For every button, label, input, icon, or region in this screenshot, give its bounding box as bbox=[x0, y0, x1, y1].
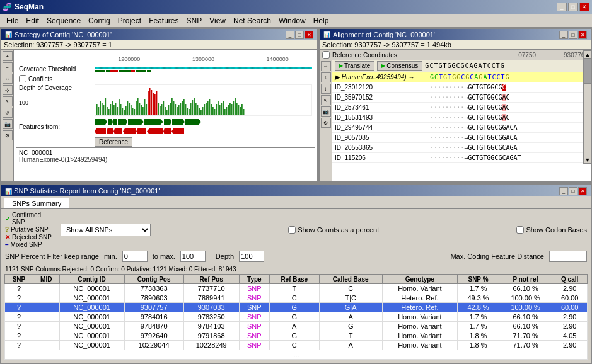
maximize-button[interactable]: □ bbox=[568, 3, 578, 11]
table-row[interactable]: ? NC_000001 9307757 9307033 SNP G G|A He… bbox=[5, 303, 588, 312]
svg-rect-33 bbox=[151, 90, 152, 116]
show-codon-checkbox[interactable] bbox=[516, 226, 524, 234]
snp-table-container[interactable]: SNP MID Contig ID Contig Pos Ref Pos Typ… bbox=[4, 274, 588, 360]
col-ref-base: Ref Base bbox=[269, 275, 319, 284]
tab-snps-summary[interactable]: SNPs Summary bbox=[4, 198, 69, 208]
refresh-icon[interactable]: ↺ bbox=[3, 108, 13, 118]
snp-close[interactable]: ✕ bbox=[578, 187, 587, 195]
cell-ref-base: G bbox=[269, 312, 319, 322]
conflicts-label: Conflicts bbox=[19, 75, 95, 82]
seq-data-6: ·········→GCTGTGGCGGACA bbox=[430, 134, 518, 141]
cell-ref-base: C bbox=[269, 341, 319, 350]
conflicts-checkbox[interactable] bbox=[19, 75, 26, 82]
camera-icon[interactable]: 📷 bbox=[3, 119, 13, 129]
table-row[interactable]: ? NC_000001 9784016 9783250 SNP G A Homo… bbox=[5, 312, 588, 322]
pointer-icon[interactable]: ↖ bbox=[3, 96, 13, 106]
settings-icon[interactable]: ⚙ bbox=[3, 130, 13, 140]
align-tool4[interactable]: ↖ bbox=[321, 95, 331, 105]
consensus-button[interactable]: Consensus bbox=[377, 61, 422, 71]
cell-contig-pos: 10229044 bbox=[124, 341, 183, 350]
menu-view[interactable]: View bbox=[206, 15, 229, 26]
svg-rect-53 bbox=[185, 104, 187, 116]
cell-snp: ? bbox=[5, 284, 33, 293]
cell-snp: ? bbox=[5, 303, 33, 312]
align-tool6[interactable]: ⚙ bbox=[321, 118, 331, 128]
svg-rect-17 bbox=[124, 110, 125, 116]
cell-contig-pos: 9792640 bbox=[124, 331, 183, 341]
seq-data-2: ·········→GCTGTGGCGAC bbox=[430, 94, 509, 101]
align-tool1[interactable]: ↔ bbox=[321, 61, 331, 71]
snp-minimize[interactable]: _ bbox=[559, 187, 568, 195]
table-row[interactable]: ? NC_000001 7890603 7889941 SNP C T|C He… bbox=[5, 293, 588, 303]
strategy-close[interactable]: ✕ bbox=[305, 31, 313, 39]
v-scrollbar[interactable]: ▲ ▼ bbox=[583, 60, 591, 164]
snp-controls: ✓ Confirmed SNP ? Putative SNP ✕ Rejecte… bbox=[1, 209, 591, 264]
scroll-down[interactable]: ▼ bbox=[584, 156, 591, 163]
max-input[interactable] bbox=[180, 251, 206, 262]
max-coding-input[interactable] bbox=[549, 251, 587, 262]
min-input[interactable] bbox=[122, 251, 148, 262]
col-contig-id: Contig ID bbox=[59, 275, 124, 284]
alignment-selection: Selection: 9307757 -> 9307757 = 1 494kb bbox=[320, 40, 591, 50]
strategy-maximize[interactable]: □ bbox=[295, 31, 304, 39]
table-row[interactable]: ? NC_000001 10229044 10228249 SNP C A Ho… bbox=[5, 341, 588, 350]
move-icon[interactable]: ↔ bbox=[3, 74, 13, 84]
menu-edit[interactable]: Edit bbox=[22, 15, 43, 26]
cell-mid bbox=[33, 331, 59, 341]
menu-net-search[interactable]: Net Search bbox=[229, 15, 275, 26]
zoom-in-icon[interactable]: + bbox=[3, 51, 13, 61]
minimize-button[interactable]: _ bbox=[557, 3, 567, 11]
align-tool5[interactable]: 📷 bbox=[321, 106, 331, 117]
menu-window[interactable]: Window bbox=[275, 15, 310, 26]
snp-table: SNP MID Contig ID Contig Pos Ref Pos Typ… bbox=[4, 275, 588, 360]
cell-type: SNP bbox=[239, 331, 269, 341]
depth-input[interactable] bbox=[239, 251, 264, 262]
snp-tabs: SNPs Summary bbox=[1, 196, 591, 209]
table-row[interactable]: ? NC_000001 9784870 9784103 SNP A G Homo… bbox=[5, 322, 588, 331]
select-icon[interactable]: ⊹ bbox=[3, 85, 13, 95]
menu-file[interactable]: File bbox=[3, 15, 22, 26]
alignment-maximize[interactable]: □ bbox=[569, 31, 577, 39]
table-row[interactable]: ? NC_000001 7738363 7737710 SNP T C Homo… bbox=[5, 284, 588, 293]
menu-project[interactable]: Project bbox=[114, 15, 145, 26]
svg-rect-61 bbox=[199, 108, 200, 116]
align-tool3[interactable]: ⊹ bbox=[321, 84, 331, 94]
ref-coords-checkbox[interactable] bbox=[322, 51, 330, 59]
svg-rect-72 bbox=[218, 101, 219, 116]
svg-rect-26 bbox=[139, 103, 141, 116]
cell-contig-pos: 7890603 bbox=[124, 293, 183, 303]
svg-rect-31 bbox=[148, 91, 149, 116]
svg-rect-55 bbox=[189, 109, 190, 116]
show-snps-dropdown[interactable]: Show All SNPsShow Confirmed SNPsShow Put… bbox=[61, 224, 151, 236]
alignment-close[interactable]: ✕ bbox=[578, 31, 587, 39]
show-counts-checkbox[interactable] bbox=[288, 226, 296, 234]
menu-help[interactable]: Help bbox=[310, 15, 333, 26]
snp-title-text: 📊 SNP Statistics Report from Contig 'NC_… bbox=[5, 187, 160, 195]
col-q-call: Q call bbox=[552, 275, 588, 284]
cell-contig-pos: 9784870 bbox=[124, 322, 183, 331]
menu-sequence[interactable]: Sequence bbox=[43, 15, 84, 26]
alignment-minimize[interactable]: _ bbox=[559, 31, 568, 39]
menu-features[interactable]: Features bbox=[145, 15, 182, 26]
close-button[interactable]: ✕ bbox=[579, 3, 589, 11]
align-tool2[interactable]: ↕ bbox=[321, 72, 331, 82]
snp-maximize[interactable]: □ bbox=[569, 187, 577, 195]
reference-button[interactable]: Reference bbox=[95, 137, 132, 147]
depth-chart bbox=[95, 85, 311, 116]
svg-rect-36 bbox=[156, 91, 158, 116]
svg-rect-5 bbox=[103, 105, 105, 116]
translate-button[interactable]: Translate bbox=[335, 61, 374, 71]
zoom-out-icon[interactable]: − bbox=[3, 62, 13, 72]
col-p-not-ref: P not ref bbox=[499, 275, 552, 284]
scroll-thumb[interactable] bbox=[584, 60, 591, 84]
menu-snp[interactable]: SNP bbox=[182, 15, 206, 26]
cell-genotype: Homo. Variant bbox=[382, 312, 457, 322]
seq-data-humanexo: GCTGTGGCGCAGATCCTG bbox=[430, 74, 510, 81]
svg-rect-60 bbox=[197, 105, 199, 116]
cell-snp: ? bbox=[5, 341, 33, 350]
menu-contig[interactable]: Contig bbox=[84, 15, 114, 26]
strategy-minimize[interactable]: _ bbox=[286, 31, 294, 39]
show-codon-group: Show Codon Bases bbox=[516, 226, 587, 234]
table-row[interactable]: ? NC_000001 9792640 9791868 SNP G T Homo… bbox=[5, 331, 588, 341]
cell-contig-id: NC_000001 bbox=[59, 331, 124, 341]
